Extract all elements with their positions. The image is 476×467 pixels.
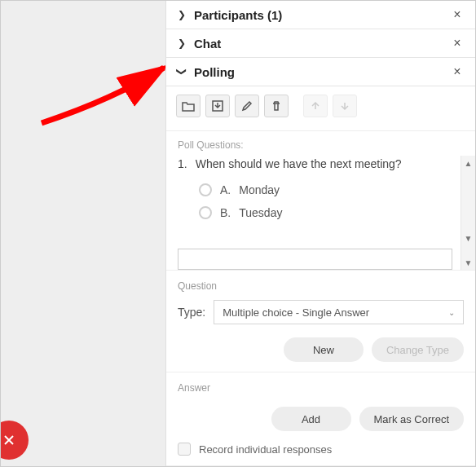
participants-title: Participants (1) xyxy=(194,8,449,22)
poll-questions-label: Poll Questions: xyxy=(166,131,475,156)
polling-body: Poll Questions: 1. When should we have t… xyxy=(166,86,475,467)
edit-button[interactable] xyxy=(235,95,259,117)
option-row-b[interactable]: B. Tuesday xyxy=(178,201,452,224)
polling-header[interactable]: ❯ Polling × xyxy=(166,58,475,86)
option-letter: B. xyxy=(220,206,231,219)
option-text: Monday xyxy=(239,183,280,196)
poll-toolbar xyxy=(166,86,475,131)
option-letter: A. xyxy=(220,183,231,196)
scroll-up-icon[interactable]: ▲ xyxy=(461,156,475,170)
question-type-select[interactable]: Multiple choice - Single Answer ⌄ xyxy=(214,300,464,324)
question-section: Question Type: Multiple choice - Single … xyxy=(166,270,475,372)
option-row-a[interactable]: A. Monday xyxy=(178,178,452,201)
answer-section: Answer Add Mark as Correct Record indivi… xyxy=(166,372,475,465)
annotation-arrow xyxy=(33,58,180,131)
new-option-input[interactable] xyxy=(178,249,452,270)
chevron-down-icon: ❯ xyxy=(176,66,187,77)
scrollbar[interactable]: ▼ xyxy=(461,245,475,270)
scrollbar[interactable]: ▲ ▼ xyxy=(461,156,475,245)
question-text: When should we have the next meeting? xyxy=(196,157,402,170)
delete-button[interactable] xyxy=(264,95,289,117)
checkbox-icon[interactable] xyxy=(178,443,191,456)
save-poll-button[interactable] xyxy=(205,95,230,117)
side-panel: ❯ Participants (1) × ❯ Chat × ❯ Polling … xyxy=(165,1,475,467)
participants-header[interactable]: ❯ Participants (1) × xyxy=(166,1,475,29)
record-responses-label: Record individual responses xyxy=(199,443,332,456)
polling-title: Polling xyxy=(194,65,449,79)
open-poll-file-button[interactable] xyxy=(176,95,201,117)
move-down-button[interactable] xyxy=(333,95,357,117)
chat-header[interactable]: ❯ Chat × xyxy=(166,29,475,58)
chat-title: Chat xyxy=(194,37,449,51)
question-number: 1. xyxy=(178,157,187,170)
scroll-down-icon[interactable]: ▼ xyxy=(461,231,475,245)
poll-question-area: 1. When should we have the next meeting?… xyxy=(166,156,475,245)
type-label: Type: xyxy=(178,306,205,319)
radio-icon[interactable] xyxy=(199,206,212,219)
move-up-button[interactable] xyxy=(303,95,328,117)
close-bubble-button[interactable] xyxy=(0,421,29,460)
type-value: Multiple choice - Single Answer xyxy=(223,306,369,319)
question-section-label: Question xyxy=(178,280,464,292)
close-participants-button[interactable]: × xyxy=(449,7,465,22)
chevron-right-icon: ❯ xyxy=(176,37,187,49)
new-question-button[interactable]: New xyxy=(284,337,364,362)
chevron-down-icon: ⌄ xyxy=(448,308,455,317)
option-text: Tuesday xyxy=(239,206,282,219)
add-answer-button[interactable]: Add xyxy=(271,407,351,431)
radio-icon[interactable] xyxy=(199,183,212,196)
scroll-down-icon[interactable]: ▼ xyxy=(461,255,475,270)
record-responses-row[interactable]: Record individual responses xyxy=(178,443,464,456)
answer-section-label: Answer xyxy=(178,382,464,394)
chevron-right-icon: ❯ xyxy=(176,9,187,20)
close-chat-button[interactable]: × xyxy=(449,36,465,51)
change-type-button[interactable]: Change Type xyxy=(372,337,464,362)
question-row[interactable]: 1. When should we have the next meeting? xyxy=(178,156,452,178)
close-polling-button[interactable]: × xyxy=(449,64,465,79)
mark-correct-button[interactable]: Mark as Correct xyxy=(359,407,464,431)
